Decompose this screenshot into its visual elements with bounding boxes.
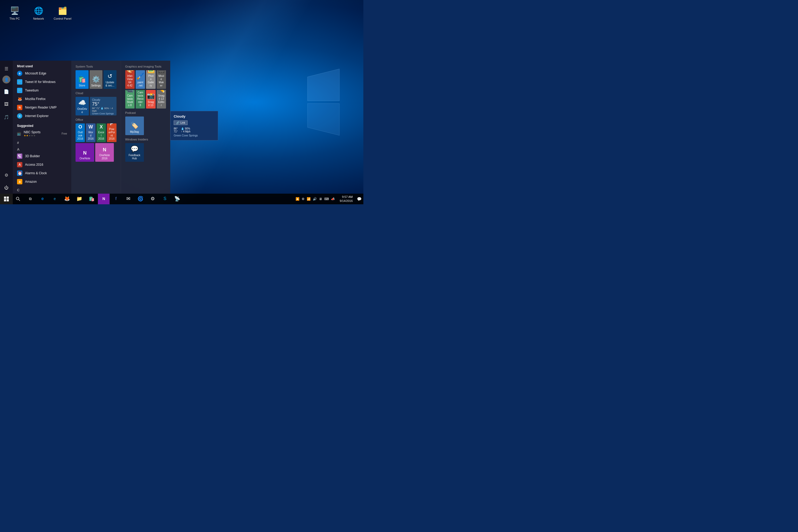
app-nbc[interactable]: 📺 NBC Sports ★★★★★ Free <box>13 129 71 138</box>
taskbar-firefox[interactable]: 🦊 <box>61 194 73 204</box>
paintnet-tile-icon: 🖌️ <box>136 72 145 80</box>
tile-photogallery[interactable]: 🖼️ Photo Gallery <box>146 70 155 89</box>
moviemaker-tile-icon: 🎬 <box>157 70 165 73</box>
photogallery-tile-icon: 🖼️ <box>147 70 155 73</box>
snagiteditor-tile-label: Snagit 13 Editor <box>158 94 165 107</box>
tile-onenote[interactable]: N OneNote <box>76 143 94 162</box>
taskbar-skype[interactable]: S <box>159 194 171 204</box>
app-amazon[interactable]: a Amazon <box>13 177 71 186</box>
taskbar-clock[interactable]: 9:57 AM 9/14/2016 <box>338 195 355 203</box>
taskbar-unknown3[interactable]: 📡 <box>171 194 183 204</box>
app-edge[interactable]: e Microsoft Edge <box>13 69 71 78</box>
taskbar-unknown1[interactable]: 🌀 <box>135 194 146 204</box>
controlpanel-label: Control Panel <box>54 17 72 20</box>
start-button[interactable] <box>0 194 13 204</box>
taskbar-taskview[interactable]: ⧉ <box>24 194 36 204</box>
app-alarms[interactable]: ⏰ Alarms & Clock <box>13 169 71 177</box>
app-ie[interactable]: e Internet Explorer <box>13 112 71 120</box>
windows-logo-decoration <box>294 56 347 149</box>
user-avatar[interactable]: 👤 <box>2 76 11 83</box>
tile-word[interactable]: W Word 2016 <box>86 124 95 142</box>
start-app-list[interactable]: Most used e Microsoft Edge 🐦 Tweet It! f… <box>13 61 71 194</box>
taskbar-unknown2[interactable]: ⚙ <box>147 194 158 204</box>
snagiteditor-tile-icon: ✏️ <box>157 90 165 93</box>
notification-center-button[interactable]: 💬 <box>355 194 363 204</box>
alpha-hash: # <box>13 138 71 145</box>
tile-onenote2016[interactable]: N OneNote 2016 <box>95 143 114 162</box>
desktop-icon-network[interactable]: 🌐 Network <box>29 5 48 20</box>
app-tweetium[interactable]: 🐦 Tweetium <box>13 86 71 95</box>
alpha-c: C <box>13 186 71 193</box>
hamburger-menu-button[interactable]: ☰ <box>1 63 12 75</box>
photogallery-tile-label: Photo Gallery <box>148 75 154 87</box>
taskbar-language-icon[interactable]: 📣 <box>330 196 336 201</box>
taskbar-wifi-icon[interactable]: 📶 <box>306 196 311 201</box>
music-icon[interactable]: 🎵 <box>1 111 12 123</box>
tile-store[interactable]: 🛍️ Store <box>76 70 89 89</box>
mp3tag-tile-label: Mp3tag <box>127 130 142 134</box>
weather-popup: Cloudy 🔗 Link 86° 71° 💧 90% ↑ 4 Mph Gree… <box>170 111 218 140</box>
taskbar-ie[interactable]: e <box>49 194 61 204</box>
taskbar-onenote-app[interactable]: N <box>98 194 110 204</box>
outlook-tile-icon: O <box>78 124 82 130</box>
power-icon[interactable]: ⏻ <box>1 182 12 194</box>
cloud-header: Cloud <box>76 92 116 95</box>
podcast-row: 🏷️ Mp3tag <box>125 116 166 135</box>
desktop-icon-controlpanel[interactable]: 🗂️ Control Panel <box>53 5 72 20</box>
firefox-label: Mozilla Firefox <box>25 97 45 101</box>
app-firefox[interactable]: 🦊 Mozilla Firefox <box>13 95 71 103</box>
taskbar-mail[interactable]: ✉ <box>122 194 134 204</box>
tile-powerpoint[interactable]: P PowerPoint 2016 <box>107 124 116 142</box>
tile-snagit[interactable]: 📸 Snagit 13 <box>146 90 155 109</box>
weather-humidity: 90% <box>104 107 109 110</box>
tile-update[interactable]: ↺ Update & sec... <box>103 70 116 89</box>
app-calculator[interactable]: 🔢 Calculator <box>13 193 71 194</box>
cloud-row: ☁️ OneDrive Cloudy 75° 86° 71° 💧 90% ↑ 4 <box>76 97 116 115</box>
tile-excel[interactable]: X Excel 2016 <box>97 124 106 142</box>
tile-camtasia8[interactable]: 📹 Camtasia Studio 8 <box>125 90 135 109</box>
svg-point-4 <box>16 197 19 200</box>
tile-mp3tag[interactable]: 🏷️ Mp3tag <box>125 116 144 135</box>
tile-camtasiarec[interactable]: ⏺️ Camtasia Recorder 8 <box>136 90 145 109</box>
tile-snagiteditor[interactable]: ✏️ Snagit 13 Editor <box>157 90 166 109</box>
wp-humidity: 90% <box>185 127 190 130</box>
taskbar-display-icon[interactable]: 🖥 <box>318 196 323 201</box>
app-3dbuilder[interactable]: 🏗 3D Builder <box>13 152 71 160</box>
tweetit-icon: 🐦 <box>17 79 22 84</box>
app-access[interactable]: A Access 2016 <box>13 160 71 169</box>
taskbar-settings-icon[interactable]: ⚙ <box>301 196 305 201</box>
taskbar-store-app[interactable]: 🛍️ <box>86 194 97 204</box>
photos-icon[interactable]: 🖼 <box>1 98 12 110</box>
feedbackhub-tile-label: Feedback Hub <box>127 154 142 160</box>
store-tile-icon: 🛍️ <box>78 76 86 83</box>
taskbar-keyboard-icon[interactable]: ⌨ <box>324 196 329 201</box>
tile-feedbackhub[interactable]: 💬 Feedback Hub <box>125 143 144 162</box>
documents-icon[interactable]: 📄 <box>1 86 12 97</box>
tile-moviemaker[interactable]: 🎬 Movie Maker <box>157 70 166 89</box>
taskbar-show-hidden[interactable]: 🔼 <box>295 196 300 201</box>
taskbar-apps: ⧉ e e 🦊 📁 🛍️ N f ✉ 🌀 ⚙ S 📡 <box>23 194 293 204</box>
tile-outlook[interactable]: O Outlook 2016 <box>76 124 85 142</box>
app-nextgen[interactable]: N Nextgen Reader UWP <box>13 103 71 112</box>
alarms-icon: ⏰ <box>17 171 22 176</box>
ie-icon: e <box>17 113 22 119</box>
app-tweetit[interactable]: 🐦 Tweet It! for Windows <box>13 78 71 86</box>
nextgen-icon: N <box>17 105 22 110</box>
taskbar-fileexplorer[interactable]: 📁 <box>73 194 85 204</box>
insiders-row: 💬 Feedback Hub <box>125 143 166 162</box>
tile-onedrive[interactable]: ☁️ OneDrive <box>76 97 89 115</box>
settings-icon[interactable]: ⚙ <box>1 169 12 181</box>
taskbar-volume-icon[interactable]: 🔊 <box>312 196 317 201</box>
tile-paintnet[interactable]: 🖌️ paint.net <box>136 70 145 89</box>
firefox-icon: 🦊 <box>17 96 22 101</box>
weather-popup-link-button[interactable]: 🔗 Link <box>174 120 188 125</box>
desktop-icon-thispc[interactable]: 🖥️ This PC <box>5 5 24 20</box>
desktop-icons: 🖥️ This PC 🌐 Network 🗂️ Control Panel <box>5 5 72 20</box>
search-button[interactable] <box>13 194 23 204</box>
taskbar-edge[interactable]: e <box>37 194 49 204</box>
tile-settings[interactable]: ⚙️ Settings <box>90 70 103 89</box>
taskbar-facebook[interactable]: f <box>110 194 122 204</box>
tile-irfan[interactable]: 🎨 IrfanView 64 4.42 <box>125 70 135 89</box>
weather-widget-tile[interactable]: Cloudy 75° 86° 71° 💧 90% ↑ 4 Mph Green C… <box>90 97 116 115</box>
nextgen-label: Nextgen Reader UWP <box>25 106 57 109</box>
